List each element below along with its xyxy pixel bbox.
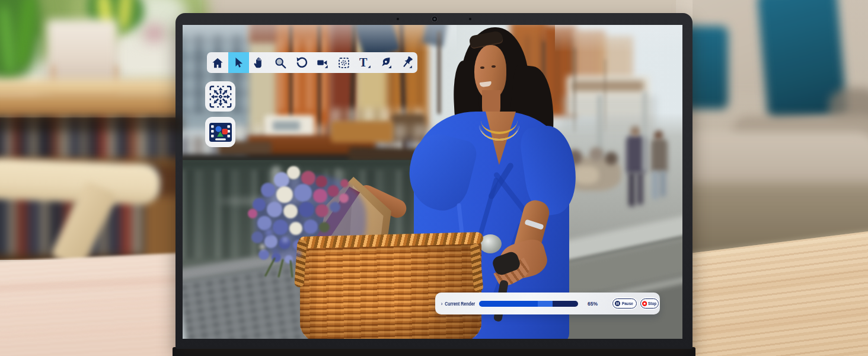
svg-text:T: T — [359, 56, 368, 69]
